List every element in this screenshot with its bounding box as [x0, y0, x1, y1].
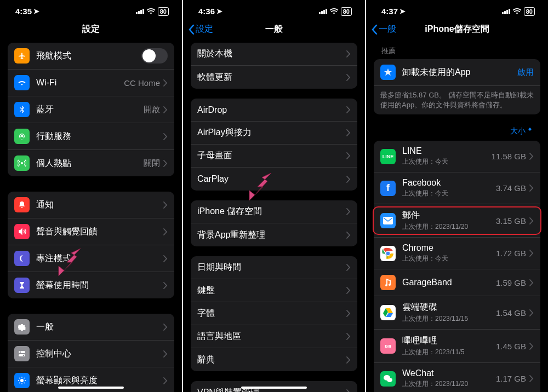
row-label: 控制中心	[36, 348, 163, 360]
home-indicator	[58, 387, 124, 389]
app-last-used: 上次使用：2023/11/15	[402, 314, 496, 324]
settings-row[interactable]: Wi-FiCC Home	[8, 70, 174, 96]
row-label: CarPlay	[197, 174, 346, 184]
recommend-description: 最多節省15.87 GB。 儲存空間不足時自動卸載未使用的App。你的文件與資料…	[374, 86, 540, 114]
settings-row[interactable]: 軟體更新	[191, 66, 357, 89]
settings-row[interactable]: 語言與地區	[191, 325, 357, 348]
app-row[interactable]: Chrome上次使用：今天 1.72 GB	[374, 238, 540, 269]
row-label: 關於本機	[197, 48, 346, 60]
app-name: 嗶哩嗶哩	[402, 335, 496, 347]
settings-row[interactable]: 日期與時間	[191, 256, 357, 279]
settings-row[interactable]: iPhone 儲存空間	[191, 200, 357, 223]
settings-group-connectivity: 飛航模式Wi-FiCC Home藍牙開啟行動服務個人熱點關閉	[8, 43, 174, 176]
settings-row[interactable]: 背景App重新整理	[191, 223, 357, 246]
settings-row[interactable]: 通知	[8, 192, 174, 218]
svg-point-0	[21, 162, 23, 164]
enable-button[interactable]: 啟用	[517, 67, 534, 78]
settings-row[interactable]: 關於本機	[191, 43, 357, 66]
bell-icon	[14, 197, 30, 212]
row-label: 專注模式	[36, 253, 163, 264]
app-name: 雲端硬碟	[402, 302, 496, 313]
row-detail: 關閉	[144, 158, 160, 169]
app-row[interactable]: bili 嗶哩嗶哩上次使用：2023/11/5 1.45 GB	[374, 330, 540, 363]
status-bar: 4:36 ➤ 80	[183, 0, 365, 18]
app-icon: bili	[380, 338, 396, 354]
general-group-air: AirDropAirPlay與接力子母畫面CarPlay	[191, 99, 357, 191]
nav-header: 設定 一般	[183, 18, 365, 43]
location-icon: ➤	[216, 7, 222, 15]
row-label: 螢幕使用時間	[36, 280, 163, 291]
app-name: Facebook	[402, 178, 496, 188]
settings-row[interactable]: 行動服務	[8, 123, 174, 150]
settings-row[interactable]: AirPlay與接力	[191, 122, 357, 145]
app-row[interactable]: f Facebook上次使用：今天 3.74 GB	[374, 172, 540, 204]
app-name: WeChat	[402, 368, 496, 378]
settings-row[interactable]: 個人熱點關閉	[8, 150, 174, 176]
svg-point-3	[20, 351, 21, 353]
hourglass-icon	[14, 278, 30, 293]
moon-icon	[14, 251, 30, 266]
app-icon: f	[380, 181, 396, 196]
sort-label: 大小	[510, 126, 526, 136]
row-label: 聲音與觸覺回饋	[36, 226, 163, 238]
row-label: 子母畫面	[197, 150, 346, 162]
wifi-icon	[330, 8, 338, 14]
app-name: Chrome	[402, 243, 496, 253]
settings-row[interactable]: 聲音與觸覺回饋	[8, 218, 174, 245]
app-row[interactable]: 雲端硬碟上次使用：2023/11/15 1.54 GB	[374, 296, 540, 330]
app-size: 1.45 GB	[496, 342, 526, 351]
settings-row[interactable]: CarPlay	[191, 168, 357, 191]
battery-icon: 80	[158, 7, 169, 16]
app-last-used: 上次使用：今天	[402, 189, 496, 198]
phone-settings: 4:35 ➤ 80 設定 飛航模式Wi-FiCC Home藍牙開啟行動服務個人熱…	[0, 0, 182, 392]
app-last-used: 上次使用：今天	[402, 254, 496, 263]
general-group-about: 關於本機軟體更新	[191, 43, 357, 89]
signal-icon	[136, 9, 144, 14]
app-size: 1.72 GB	[496, 249, 526, 258]
app-size: 11.58 GB	[492, 152, 526, 161]
row-label: 辭典	[197, 354, 346, 366]
app-row[interactable]: 郵件上次使用：2023/11/20 3.15 GB	[374, 204, 540, 238]
settings-row[interactable]: 飛航模式	[8, 43, 174, 70]
row-label: Wi-Fi	[36, 78, 124, 88]
toggle-switch[interactable]	[141, 48, 168, 64]
settings-row[interactable]: 控制中心	[8, 341, 174, 367]
battery-icon: 80	[524, 7, 535, 16]
battery-icon: 80	[341, 7, 352, 16]
row-label: AirPlay與接力	[197, 127, 346, 139]
settings-row[interactable]: 一般	[8, 314, 174, 341]
svg-point-5	[20, 379, 24, 382]
settings-row[interactable]: AirDrop	[191, 99, 357, 122]
settings-row[interactable]: 鍵盤	[191, 279, 357, 302]
settings-row[interactable]: 藍牙開啟	[8, 96, 174, 123]
location-icon: ➤	[33, 7, 39, 15]
settings-row[interactable]: 專注模式	[8, 245, 174, 272]
back-button[interactable]: 一般	[372, 24, 396, 35]
app-icon	[380, 305, 396, 320]
app-last-used: 上次使用：今天	[402, 157, 492, 166]
settings-row[interactable]: 子母畫面	[191, 145, 357, 168]
signal-icon	[319, 9, 327, 14]
app-name: 郵件	[402, 210, 496, 221]
row-label: 一般	[36, 321, 163, 333]
app-row[interactable]: GarageBand 1.59 GB	[374, 269, 540, 296]
settings-row[interactable]: 螢幕使用時間	[8, 272, 174, 298]
settings-row[interactable]: 辭典	[191, 348, 357, 371]
back-button[interactable]: 設定	[189, 24, 213, 35]
recommend-row[interactable]: 卸載未使用的App 啟用	[374, 59, 540, 86]
row-label: 語言與地區	[197, 331, 346, 342]
sort-toggle[interactable]: 大小	[366, 124, 548, 141]
speaker-icon	[14, 224, 30, 239]
app-row[interactable]: LINE LINE上次使用：今天 11.58 GB	[374, 141, 540, 172]
app-last-used: 上次使用：2023/11/20	[402, 379, 496, 389]
back-label: 設定	[196, 24, 213, 35]
location-icon: ➤	[399, 7, 406, 15]
app-row[interactable]: WeChat上次使用：2023/11/20 1.17 GB	[374, 363, 540, 392]
app-name: LINE	[402, 146, 492, 156]
settings-row[interactable]: 字體	[191, 302, 357, 325]
row-label: 軟體更新	[197, 72, 346, 83]
nav-header: 一般 iPhone儲存空間	[366, 18, 548, 43]
row-label: 鍵盤	[197, 285, 346, 296]
row-label: 藍牙	[36, 104, 144, 116]
row-label: AirDrop	[197, 105, 346, 115]
